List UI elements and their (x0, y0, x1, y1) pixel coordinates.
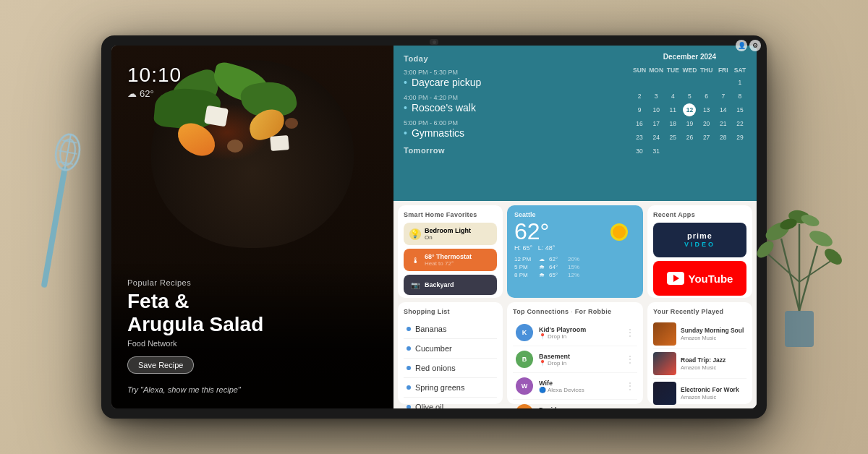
cal-day-24[interactable]: 24 (650, 131, 663, 144)
recipe-overlay: Popular Recipes Feta & Arugula Salad Foo… (111, 264, 393, 408)
save-recipe-button[interactable]: Save Recipe (127, 356, 194, 374)
cal-day-16[interactable]: 16 (633, 117, 646, 130)
weather-panel: Seattle 62° H: 6 (507, 205, 643, 298)
connection-wife[interactable]: W Wife 🔵 Alexa Devices ⋮ (513, 373, 637, 400)
schedule-time-2: 4:00 PM - 4:20 PM (404, 94, 613, 101)
connection-david[interactable]: D David 📱 Mobile ⋮ (513, 400, 637, 408)
cal-day-19[interactable]: 19 (683, 117, 696, 130)
cal-day-1[interactable]: 1 (733, 76, 746, 89)
cal-day-15[interactable]: 15 (733, 103, 746, 116)
svg-point-17 (807, 228, 835, 250)
profile-icon-2[interactable]: ⚙ (749, 40, 761, 51)
cal-day-9[interactable]: 9 (633, 103, 646, 116)
recipe-title: Feta & Arugula Salad (127, 290, 378, 336)
cal-day-25[interactable]: 25 (666, 131, 679, 144)
cal-day-2[interactable]: 2 (633, 90, 646, 103)
cal-day-21[interactable]: 21 (717, 117, 730, 130)
connection-menu-icon-3[interactable]: ⋮ (626, 381, 634, 391)
weather-hi-lo: H: 65° L: 48° (514, 244, 636, 252)
cal-day-10[interactable]: 10 (650, 103, 663, 116)
shopping-item-spring-greens[interactable]: Spring greens (404, 378, 497, 398)
shopping-item-red-onions[interactable]: Red onions (404, 359, 497, 378)
connection-menu-icon-2[interactable]: ⋮ (626, 354, 634, 364)
cal-day-27[interactable]: 27 (700, 131, 713, 144)
svg-line-13 (767, 253, 799, 282)
bedroom-light-status: On (425, 234, 471, 241)
road-trip-jazz-thumbnail (653, 352, 676, 375)
cal-day-23[interactable]: 23 (633, 131, 646, 144)
clock: 10:10 (127, 64, 182, 87)
svg-point-18 (754, 238, 776, 260)
cal-day-3[interactable]: 3 (650, 90, 663, 103)
alexa-prompt: Try "Alexa, show me this recipe" (127, 385, 378, 394)
music-item-electronic[interactable]: Electronic For Work Amazon Music (653, 379, 746, 408)
connection-menu-icon-4[interactable]: ⋮ (626, 408, 634, 408)
cal-day-30[interactable]: 30 (633, 145, 646, 158)
schedule-panel: Today 3:00 PM - 5:30 PM Daycare pickup 4… (393, 46, 623, 201)
schedule-item-3[interactable]: 5:00 PM - 6:00 PM Gymnastics (404, 119, 613, 139)
thermostat-item[interactable]: 🌡 68° Thermostat Heat to 72° (404, 249, 497, 271)
cal-day-6[interactable]: 6 (700, 90, 713, 103)
cal-day-7[interactable]: 7 (717, 90, 730, 103)
profile-icon-1[interactable]: 👤 (736, 40, 747, 51)
cal-day-26[interactable]: 26 (683, 131, 696, 144)
cal-day-5[interactable]: 5 (683, 90, 696, 103)
sunday-morning-soul-thumbnail (653, 322, 676, 346)
bedroom-light-item[interactable]: 💡 Bedroom Light On (404, 223, 497, 245)
cal-day-20[interactable]: 20 (700, 117, 713, 130)
schedule-event-2: Roscoe's walk (404, 102, 613, 113)
cal-day-11[interactable]: 11 (666, 103, 679, 116)
device-frame: 👤 ⚙ (101, 35, 767, 419)
cloud-icon-12pm: ☁ (537, 256, 546, 262)
connection-menu-icon[interactable]: ⋮ (626, 327, 634, 338)
youtube-tile[interactable]: YouTube (653, 261, 746, 296)
rain-icon-5pm: 🌧 (537, 264, 546, 270)
walnut-2 (285, 118, 298, 129)
svg-rect-2 (41, 166, 68, 288)
thermostat-status: Heat to 72° (425, 260, 472, 267)
shopping-item-olive-oil[interactable]: Olive oil (404, 398, 497, 408)
cal-day-31[interactable]: 31 (650, 145, 663, 158)
cal-day-13[interactable]: 13 (700, 103, 713, 116)
cal-day-4[interactable]: 4 (666, 90, 679, 103)
drop-in-icon: 📍 (539, 333, 546, 340)
cal-day-29[interactable]: 29 (733, 131, 746, 144)
schedule-item-1[interactable]: 3:00 PM - 5:30 PM Daycare pickup (404, 69, 613, 88)
connection-kids-playroom[interactable]: K Kid's Playroom 📍 Drop In ⋮ (513, 320, 637, 346)
cal-day-18[interactable]: 18 (666, 117, 679, 130)
cal-day-17[interactable]: 17 (650, 117, 663, 130)
cal-day-12-today[interactable]: 12 (683, 103, 696, 116)
wife-name: Wife (539, 380, 584, 387)
svg-line-14 (799, 260, 832, 282)
svg-rect-9 (785, 311, 814, 347)
schedule-item-2[interactable]: 4:00 PM - 4:20 PM Roscoe's walk (404, 94, 613, 113)
cal-day-14[interactable]: 14 (717, 103, 730, 116)
cal-day-8[interactable]: 8 (733, 90, 746, 103)
shopping-item-bananas[interactable]: Bananas (404, 320, 497, 339)
david-name: David (539, 406, 565, 409)
kids-playroom-device: 📍 Drop In (539, 333, 586, 340)
weather-temp: ☁ 62° (127, 88, 182, 99)
music-item-sunday[interactable]: Sunday Morning Soul Amazon Music (653, 320, 746, 349)
drop-in-icon-2: 📍 (539, 360, 546, 367)
connection-basement[interactable]: B Basement 📍 Drop In ⋮ (513, 346, 637, 373)
screen-content: 10:10 ☁ 62° Popular Recipes Feta & Arugu… (111, 46, 757, 408)
sunday-morning-artist: Amazon Music (681, 335, 744, 341)
bedroom-light-label: Bedroom Light (425, 227, 471, 234)
shopping-item-cucumber[interactable]: Cucumber (404, 339, 497, 359)
cal-header-sun: SUN (631, 65, 647, 75)
cal-day-22[interactable]: 22 (733, 117, 746, 130)
electronic-thumbnail (653, 382, 676, 405)
backyard-item[interactable]: 📷 Backyard (404, 275, 497, 295)
calendar-month: December 2024 (631, 53, 748, 61)
middle-section: Smart Home Favorites 💡 Bedroom Light On … (393, 201, 757, 302)
kids-playroom-avatar: K (516, 324, 533, 341)
prime-video-tile[interactable]: prime VIDEO (653, 223, 746, 257)
cal-day-28[interactable]: 28 (717, 131, 730, 144)
music-item-road-trip[interactable]: Road Trip: Jazz Amazon Music (653, 349, 746, 379)
youtube-play-button-icon (667, 272, 684, 285)
youtube-logo: YouTube (667, 272, 733, 285)
shopping-list-panel: Shopping List Bananas Cucumber Red onion… (398, 302, 503, 404)
cal-header-wed: WED (681, 65, 697, 75)
road-trip-artist: Amazon Music (681, 364, 726, 371)
